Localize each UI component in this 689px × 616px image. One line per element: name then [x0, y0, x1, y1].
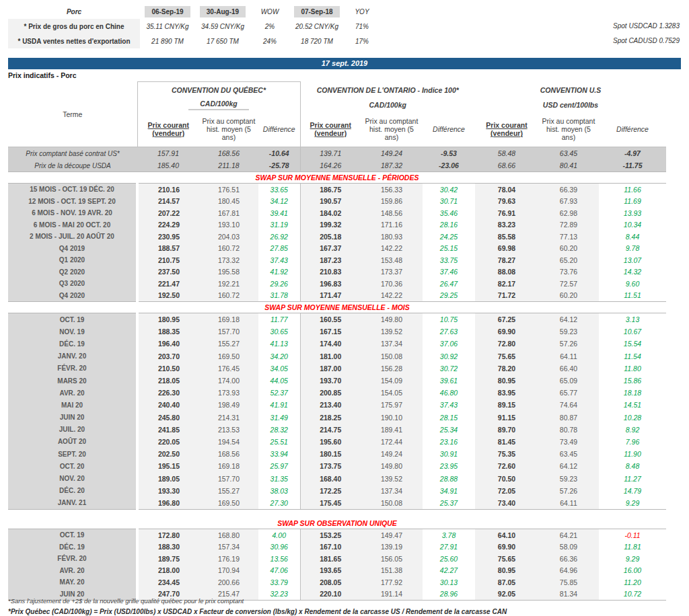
spacer-row [8, 510, 666, 518]
difference-cell: -23.06 [423, 159, 475, 172]
term-cell: DÉC. 19 [8, 541, 137, 553]
price-current-cell: 75.35 [475, 448, 538, 460]
price-current-cell: 172.80 [137, 529, 199, 541]
price-hist-cell: 190.10 [361, 412, 423, 424]
table-row: OCT. 19180.95169.1811.77160.55149.8010.7… [8, 313, 666, 326]
difference-cell: 28.32 [258, 424, 300, 436]
price-hist-cell: 150.08 [361, 350, 423, 362]
price-current-cell: 157.91 [137, 147, 199, 160]
difference-cell: 10.28 [599, 412, 666, 424]
price-current-cell: 187.23 [300, 254, 361, 266]
difference-cell: 11.90 [599, 448, 666, 460]
difference-cell: 10.67 [599, 325, 666, 338]
difference-cell: 44.05 [258, 375, 300, 387]
price-hist-cell: 155.27 [199, 485, 258, 497]
price-current-cell: 210.50 [137, 362, 199, 375]
difference-cell: 26.92 [258, 231, 300, 243]
section-heading: SWAP SUR MOYENNE MENSUELLE - PÉRIODES [8, 172, 666, 184]
difference-cell: 37.46 [423, 266, 475, 278]
spot-fx-block: Spot USDCAD 1.3283 Spot CADUSD 0.7529 [613, 19, 680, 48]
price-hist-cell: 72.89 [538, 219, 599, 231]
term-cell: NOV. 19 [8, 325, 137, 338]
price-hist-cell: 59.23 [538, 472, 599, 484]
value-cell: 18 720 TM [289, 34, 344, 48]
difference-cell: 9.60 [599, 278, 666, 290]
difference-cell: 27.63 [423, 325, 475, 338]
price-current-cell: 218.05 [137, 375, 199, 387]
price-current-cell: 72.60 [475, 460, 538, 472]
difference-cell: 30.65 [258, 325, 300, 338]
term-cell: Q3 2020 [8, 278, 137, 290]
unit-header-quebec: CAD/100kg [137, 98, 300, 112]
difference-cell: 11.80 [599, 362, 666, 375]
value-cell: 2% [250, 19, 289, 34]
table-row: FÉVR. 20210.50176.4534.05187.00156.2830.… [8, 362, 666, 375]
difference-cell: 18.18 [599, 387, 666, 399]
price-hist-cell: 160.72 [199, 290, 258, 302]
difference-cell: 3.78 [423, 529, 475, 541]
price-hist-cell: 75.85 [538, 576, 599, 588]
table-row: * Prix de gros du porc en Chine 35.11 CN… [8, 19, 379, 34]
value-cell: 17% [344, 34, 379, 48]
price-current-cell: 88.08 [475, 266, 538, 278]
difference-cell: -0.11 [599, 529, 666, 541]
price-current-cell: 78.20 [475, 362, 538, 375]
price-current-cell: 240.40 [137, 399, 199, 411]
value-cell: 71% [344, 19, 379, 34]
subheader-difference: Différence [599, 112, 666, 147]
date-chip: 30-Aug-19 [200, 6, 246, 17]
price-hist-cell: 149.24 [361, 147, 423, 160]
price-hist-cell: 64.21 [538, 529, 599, 541]
term-cell: Q4 2019 [8, 243, 137, 255]
difference-cell: 34.20 [258, 350, 300, 362]
price-hist-cell: 58.09 [538, 541, 599, 553]
price-hist-cell: 149.80 [361, 460, 423, 472]
price-current-cell: 92.05 [475, 588, 538, 601]
difference-cell: 33.65 [258, 184, 300, 196]
difference-cell: 10.72 [599, 588, 666, 601]
difference-cell: 33.94 [258, 448, 300, 460]
term-cell: Q2 2020 [8, 266, 137, 278]
price-current-cell: 188.35 [137, 325, 199, 338]
term-cell: 12 MOIS - OCT. 19 SEPT. 20 [8, 196, 137, 208]
price-current-cell: 200.85 [300, 387, 361, 399]
difference-cell: 31.35 [258, 472, 300, 484]
difference-cell: 42.27 [423, 565, 475, 577]
price-hist-cell: 64.11 [538, 350, 599, 362]
difference-cell: 30.92 [423, 350, 475, 362]
top-summary-table: Porc 06-Sep-19 30-Aug-19 WOW 07-Sep-18 Y… [8, 4, 379, 48]
price-current-cell: 78.04 [475, 184, 538, 196]
price-current-cell: 185.40 [137, 159, 199, 172]
group-header-quebec: CONVENTION DU QUÉBEC* [137, 82, 300, 99]
price-hist-cell: 177.92 [361, 576, 423, 588]
table-row: NOV. 19188.35157.7030.65167.15139.5227.6… [8, 325, 666, 338]
price-current-cell: 234.45 [137, 576, 199, 588]
price-hist-cell: 155.27 [199, 338, 258, 350]
difference-cell: 11.77 [258, 313, 300, 326]
difference-cell: 47.06 [258, 565, 300, 577]
price-table: Terme CONVENTION DU QUÉBEC* CONVENTION D… [8, 81, 666, 601]
difference-cell: 26.47 [423, 278, 475, 290]
difference-cell: 29.25 [423, 290, 475, 302]
value-cell: 17 650 TM [195, 34, 250, 48]
subheader-price-current: Prix courant (vendeur) [475, 112, 538, 147]
table-row: Porc 06-Sep-19 30-Aug-19 WOW 07-Sep-18 Y… [8, 4, 379, 19]
table-row: Terme CONVENTION DU QUÉBEC* CONVENTION D… [8, 82, 666, 99]
difference-cell: 29.26 [258, 278, 300, 290]
difference-cell: 15.86 [599, 375, 666, 387]
price-current-cell: 196.40 [137, 338, 199, 350]
table-row: Q1 2020210.75173.3237.43187.23153.4833.7… [8, 254, 666, 266]
price-hist-cell: 66.40 [538, 362, 599, 375]
price-current-cell: 220.05 [137, 436, 199, 448]
table-row: Q3 2020221.47192.2129.26196.83170.3626.4… [8, 278, 666, 290]
term-cell: Q1 2020 [8, 254, 137, 266]
price-current-cell: 188.57 [137, 243, 199, 255]
difference-cell: 11.66 [599, 184, 666, 196]
difference-cell: 32.23 [258, 588, 300, 601]
top-table-title: Porc [8, 4, 140, 19]
difference-cell: 34.12 [258, 196, 300, 208]
difference-cell: 23.95 [423, 460, 475, 472]
price-current-cell: 153.25 [300, 529, 361, 541]
price-hist-cell: 167.81 [199, 207, 258, 219]
difference-cell: 10.34 [599, 219, 666, 231]
